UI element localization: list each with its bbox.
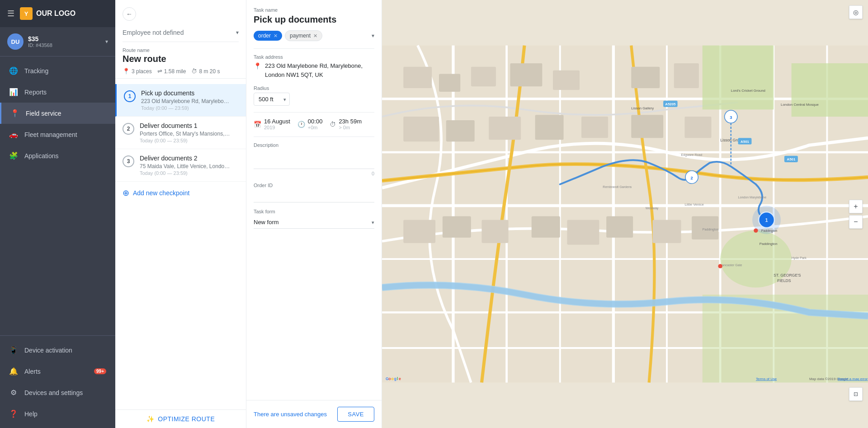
- sidebar-item-device-activation[interactable]: 📱 Device activation: [0, 339, 115, 361]
- hamburger-icon[interactable]: ☰: [7, 9, 14, 19]
- back-button[interactable]: ←: [123, 7, 136, 21]
- svg-text:2: 2: [691, 175, 693, 180]
- location-pin-icon: 📍: [10, 109, 19, 118]
- sidebar-item-tracking[interactable]: 🌐 Tracking: [0, 60, 115, 81]
- employee-not-defined-text: Employee not defined: [123, 29, 236, 36]
- svg-rect-23: [553, 71, 580, 90]
- sidebar-item-alerts[interactable]: 🔔 Alerts 99+: [0, 361, 115, 382]
- checkpoint-content: Pick up documents 223 Old Marylebone Rd,…: [141, 89, 239, 111]
- checkpoint-time: Today (0:00 — 23:59): [141, 105, 239, 111]
- optimize-route-button[interactable]: ✨ OPTIMIZE ROUTE: [146, 415, 215, 423]
- radius-select-wrap: 500 ft 100 ft 200 ft 1000 ft ▾: [254, 93, 290, 106]
- svg-text:Paddington: Paddington: [761, 229, 778, 233]
- duration-icon: ⏱: [330, 121, 336, 128]
- svg-rect-33: [403, 220, 435, 243]
- sidebar-item-reports[interactable]: 📊 Reports: [0, 81, 115, 103]
- checkpoint-1[interactable]: 1 Pick up documents 223 Old Marylebone R…: [115, 84, 246, 117]
- right-panel: Task name Pick up documents order ✕ paym…: [246, 0, 382, 428]
- optimize-label: OPTIMIZE ROUTE: [158, 415, 215, 423]
- checkpoint-3[interactable]: 3 Deliver documents 2 75 Maida Vale, Lit…: [115, 149, 246, 182]
- user-section[interactable]: DU $35 ID: #43568 ▾: [0, 27, 115, 56]
- svg-rect-26: [403, 117, 439, 141]
- sidebar-item-field-service[interactable]: 📍 Field service: [0, 103, 115, 124]
- device-activation-icon: 📱: [9, 346, 18, 354]
- order-id-label: Order ID: [254, 183, 374, 188]
- route-title-section: Route name New route 📍 3 places ⇌ 1.58 m…: [115, 42, 246, 79]
- tag-payment-remove[interactable]: ✕: [313, 33, 317, 39]
- address-pin-icon: 📍: [254, 62, 261, 70]
- svg-text:Little Venice: Little Venice: [684, 202, 704, 207]
- route-panel-header: ← Employee not defined ▾: [115, 0, 246, 42]
- sidebar-item-devices-settings[interactable]: ⚙ Devices and settings: [0, 382, 115, 403]
- svg-text:Paddington: Paddington: [760, 242, 778, 246]
- svg-text:Report a map error: Report a map error: [838, 377, 868, 381]
- sidebar-item-applications[interactable]: 🧩 Applications: [0, 145, 115, 166]
- sidebar-item-label: Applications: [24, 152, 59, 160]
- svg-rect-27: [446, 120, 475, 141]
- task-form-field: Task form New form Form A Form B ▾: [254, 209, 374, 229]
- task-form-select[interactable]: New form Form A Form B: [254, 216, 374, 229]
- alerts-badge: 99+: [94, 368, 106, 374]
- sidebar-item-help[interactable]: ❓ Help: [0, 403, 115, 424]
- order-id-input[interactable]: [254, 190, 374, 202]
- sidebar-item-label: Help: [24, 410, 38, 418]
- save-button[interactable]: SAVE: [337, 407, 374, 422]
- svg-text:o: o: [391, 376, 393, 381]
- add-checkpoint-button[interactable]: ⊕ Add new checkpoint: [115, 182, 246, 204]
- time-value: 8 m 20 s: [199, 68, 220, 75]
- map-area[interactable]: 1 2 3 Lisson Grove Paddington Little Ven…: [382, 0, 868, 428]
- task-form-label: Task form: [254, 209, 374, 214]
- svg-rect-37: [567, 220, 599, 245]
- street-view-button[interactable]: ⊡: [849, 387, 863, 401]
- svg-rect-35: [482, 220, 509, 243]
- logo-circle: Y: [20, 7, 33, 20]
- time-icon: ⏱: [191, 68, 197, 75]
- checkpoint-address: 75 Maida Vale, Little Venice, London W9 …: [140, 163, 230, 169]
- checkpoint-content: Deliver documents 1 Porters Office, St M…: [140, 122, 239, 143]
- checkpoints-list: 1 Pick up documents 223 Old Marylebone R…: [115, 79, 246, 409]
- radius-row: 500 ft 100 ft 200 ft 1000 ft ▾: [254, 93, 374, 106]
- svg-rect-22: [510, 63, 542, 86]
- svg-rect-19: [403, 67, 432, 88]
- locate-icon: ◎: [853, 9, 859, 16]
- radius-select[interactable]: 500 ft 100 ft 200 ft 1000 ft: [254, 93, 290, 106]
- user-info: $35 ID: #43568: [28, 35, 105, 48]
- main-area: ← Employee not defined ▾ Route name New …: [115, 0, 868, 428]
- map-locate-button[interactable]: ◎: [849, 5, 863, 19]
- route-stats: 📍 3 places ⇌ 1.58 mile ⏱ 8 m 20 s: [123, 68, 239, 75]
- tag-order-remove[interactable]: ✕: [274, 33, 278, 39]
- employee-dropdown-icon[interactable]: ▾: [236, 29, 239, 36]
- zoom-out-button[interactable]: −: [849, 215, 863, 229]
- checkpoint-2[interactable]: 2 Deliver documents 1 Porters Office, St…: [115, 117, 246, 149]
- tags-dropdown-icon[interactable]: ▾: [372, 33, 374, 39]
- description-input[interactable]: [254, 150, 374, 169]
- puzzle-icon: 🧩: [9, 151, 18, 160]
- sidebar-item-label: Tracking: [24, 67, 48, 75]
- tag-payment-label: payment: [290, 33, 311, 39]
- calendar-icon: 📅: [254, 121, 261, 128]
- zoom-in-button[interactable]: +: [849, 200, 863, 213]
- add-icon: ⊕: [123, 188, 129, 198]
- unsaved-changes-text: There are unsaved changes: [254, 411, 327, 418]
- globe-icon: 🌐: [9, 66, 18, 75]
- svg-point-70: [754, 228, 758, 232]
- svg-rect-34: [443, 216, 471, 238]
- task-name-label: Task name: [254, 7, 374, 13]
- svg-text:Hyde Park: Hyde Park: [792, 256, 807, 260]
- checkpoint-number: 1: [124, 90, 136, 102]
- task-form-select-wrap: New form Form A Form B ▾: [254, 216, 374, 229]
- date-value-wrap: 16 August 2019: [264, 118, 290, 130]
- duration-item: ⏱ 23h 59m > 0m: [330, 118, 362, 130]
- time-value-wrap: 00:00 +0m: [308, 118, 323, 130]
- route-name: New route: [123, 54, 239, 64]
- task-panel-footer: There are unsaved changes SAVE: [246, 400, 382, 428]
- svg-rect-25: [674, 63, 699, 88]
- sidebar-item-fleet-management[interactable]: 🚗 Fleet management: [0, 124, 115, 145]
- date-item: 📅 16 August 2019: [254, 118, 290, 130]
- route-label: Route name: [123, 47, 239, 53]
- char-count: 0: [254, 171, 374, 176]
- sidebar-item-label: Fleet management: [24, 131, 77, 138]
- svg-text:A501: A501: [741, 140, 749, 144]
- sidebar-item-label: Field service: [26, 110, 61, 117]
- svg-text:o: o: [388, 376, 391, 381]
